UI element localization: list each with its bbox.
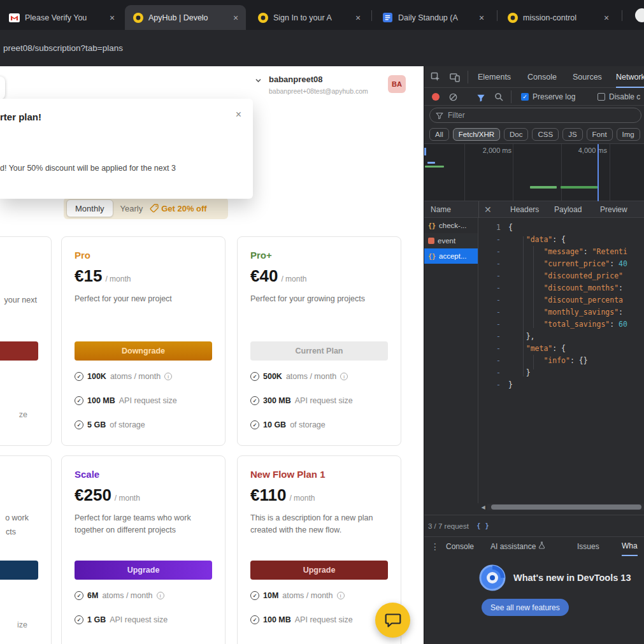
fold-marker[interactable]: - xyxy=(479,294,508,306)
filter-funnel-icon[interactable] xyxy=(476,93,485,104)
fold-marker[interactable]: - xyxy=(479,331,508,343)
tab-close-icon[interactable]: × xyxy=(601,13,612,23)
filter-chip-css[interactable]: CSS xyxy=(532,128,559,141)
plan-button-downgrade[interactable]: Downgrade xyxy=(75,341,212,361)
record-icon[interactable] xyxy=(432,93,440,101)
browser-url-bar[interactable]: preet08/subscription?tab=plans xyxy=(0,30,644,66)
drawer-tab-ai-assistance[interactable]: AI assistance xyxy=(490,537,545,556)
json-line: 1{ xyxy=(479,222,644,234)
filter-chip-img[interactable]: Img xyxy=(617,128,640,141)
drawer-tab-wha[interactable]: Wha xyxy=(622,537,638,556)
plan-button-upgrade[interactable]: Upgrade xyxy=(250,561,388,580)
see-all-new-features-button[interactable]: See all new features xyxy=(482,599,569,616)
fold-marker[interactable]: - xyxy=(479,234,508,246)
info-icon[interactable]: i xyxy=(340,373,348,380)
drawer-tab-label: AI assistance xyxy=(490,537,536,556)
monthly-toggle[interactable]: Monthly xyxy=(66,199,113,217)
scrollbar-thumb[interactable] xyxy=(491,504,641,510)
disable-cache-label[interactable]: Disable c xyxy=(609,92,640,101)
feature-value: 6M xyxy=(87,591,98,600)
scrollbar-track[interactable] xyxy=(487,504,644,510)
divider xyxy=(468,71,468,83)
inspect-element-icon[interactable] xyxy=(431,72,441,85)
request-row-event[interactable]: event xyxy=(424,233,478,248)
preserve-log-checkbox[interactable]: ✓ xyxy=(521,93,529,101)
fold-marker[interactable]: - xyxy=(479,355,508,367)
info-icon[interactable]: i xyxy=(157,592,164,599)
docblue-favicon xyxy=(382,12,393,23)
filter-chip-all[interactable]: All xyxy=(429,128,449,141)
feature-label: API request size xyxy=(295,396,353,405)
chevron-down-icon[interactable] xyxy=(254,76,262,87)
json-code: "message": "Retenti xyxy=(508,246,627,258)
drawer-tab-console[interactable]: Console xyxy=(446,537,474,556)
plan-button-partial[interactable] xyxy=(0,341,38,361)
json-code: "data": { xyxy=(508,234,566,246)
browser-tab-please-verify-you[interactable]: Please Verify You× xyxy=(1,5,122,30)
timeline-handle[interactable] xyxy=(424,148,426,155)
name-column-header[interactable]: Name xyxy=(431,201,451,218)
network-overview-timeline[interactable]: 2,000 ms 4,000 ms xyxy=(424,144,644,201)
tab-close-icon[interactable]: × xyxy=(476,13,487,23)
indent-guide xyxy=(533,355,534,369)
chat-fab-button[interactable] xyxy=(375,603,410,638)
json-token: { xyxy=(508,223,513,232)
filter-chip-fetch-xhr[interactable]: Fetch/XHR xyxy=(453,128,500,141)
tab-close-icon[interactable]: × xyxy=(107,13,117,23)
preserve-log-label[interactable]: Preserve log xyxy=(533,92,575,101)
devtools-tab-console[interactable]: Console xyxy=(527,66,557,88)
detail-tab-headers[interactable]: Headers xyxy=(510,201,539,218)
drawer-tab-issues[interactable]: Issues xyxy=(577,537,599,556)
filter-row: Filter xyxy=(424,106,644,125)
request-row-check[interactable]: {}check-... xyxy=(424,218,478,233)
tab-close-icon[interactable]: × xyxy=(353,13,363,23)
devtools-tab-network[interactable]: Network xyxy=(616,66,644,88)
tab-close-icon[interactable]: × xyxy=(231,13,241,23)
browser-profile-avatar[interactable] xyxy=(635,8,644,22)
plan-button-upgrade[interactable]: Upgrade xyxy=(75,561,212,580)
fold-marker[interactable]: - xyxy=(479,318,508,331)
json-token: 40 xyxy=(619,259,627,268)
devtools-tab-sources[interactable]: Sources xyxy=(573,66,602,88)
close-details-icon[interactable]: ✕ xyxy=(484,201,492,218)
check-circle-icon: ✓ xyxy=(75,372,83,381)
fold-marker[interactable]: - xyxy=(479,306,508,318)
column-divider[interactable] xyxy=(478,201,479,218)
fold-marker[interactable]: - xyxy=(479,282,508,294)
close-icon[interactable]: × xyxy=(236,109,241,120)
fold-marker[interactable]: - xyxy=(479,379,508,391)
devtools-logo-icon xyxy=(479,564,506,591)
yearly-toggle[interactable]: Yearly xyxy=(113,204,150,213)
clear-icon[interactable] xyxy=(448,92,458,104)
disable-cache-checkbox[interactable] xyxy=(597,93,605,101)
browser-tab-sign-in-to-your-a[interactable]: Sign In to your A× xyxy=(250,5,368,30)
request-row-accept[interactable]: {}accept... xyxy=(424,248,478,264)
fold-marker[interactable]: - xyxy=(479,270,508,282)
search-icon[interactable] xyxy=(494,92,503,104)
info-icon[interactable]: i xyxy=(164,373,172,380)
plan-card-scale: Scale€250/ monthPerfect for large teams … xyxy=(61,455,225,644)
browser-tab-apyhub-develo[interactable]: ApyHub | Develo× xyxy=(125,5,246,30)
detail-tab-preview[interactable]: Preview xyxy=(600,201,627,218)
browser-tab-mission-control[interactable]: mission-control× xyxy=(499,5,617,30)
fold-marker[interactable]: - xyxy=(479,258,508,270)
detail-tab-payload[interactable]: Payload xyxy=(554,201,582,218)
fold-marker[interactable]: - xyxy=(479,343,508,355)
filter-chip-font[interactable]: Font xyxy=(587,128,613,141)
kebab-menu-icon[interactable]: ⋮ xyxy=(431,537,440,556)
json-line: - "message": "Retenti xyxy=(479,246,644,258)
pretty-print-button[interactable]: { } xyxy=(476,522,489,530)
device-toolbar-icon[interactable] xyxy=(450,72,460,85)
apyhub-page: babanpreet08 babanpreet+08test@apyhub.co… xyxy=(0,66,424,644)
plan-button-partial[interactable] xyxy=(0,561,38,580)
filter-chip-js[interactable]: JS xyxy=(562,128,582,141)
devtools-tab-elements[interactable]: Elements xyxy=(478,66,511,88)
fold-marker[interactable]: - xyxy=(479,367,508,379)
filter-chip-doc[interactable]: Doc xyxy=(504,128,528,141)
info-icon[interactable]: i xyxy=(337,592,345,599)
scroll-left-icon[interactable]: ◀ xyxy=(479,504,487,510)
fold-marker[interactable]: - xyxy=(479,246,508,258)
network-filter-input[interactable]: Filter xyxy=(429,108,641,123)
browser-tab-daily-standup-a[interactable]: Daily Standup (A× xyxy=(375,5,492,30)
account-avatar[interactable]: BA xyxy=(388,75,406,93)
